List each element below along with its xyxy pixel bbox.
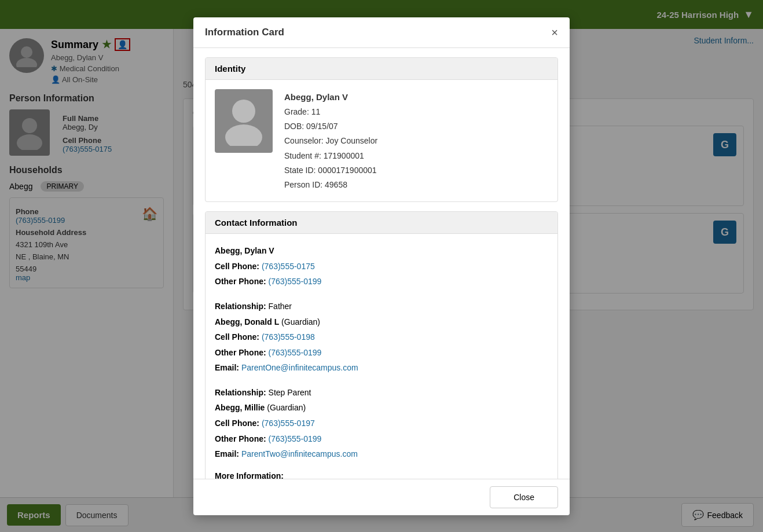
- modal-title: Information Card: [205, 27, 284, 38]
- contact-cell-link-dylan[interactable]: (763)555-0175: [262, 262, 315, 271]
- identity-dob: DOB: 09/15/07: [284, 119, 377, 134]
- contact-section-header: Contact Information: [206, 212, 557, 234]
- svg-point-4: [232, 100, 255, 123]
- modal-close-button[interactable]: ×: [551, 27, 558, 38]
- modal-footer: Close: [193, 479, 570, 515]
- identity-section-header: Identity: [206, 58, 557, 80]
- identity-avatar: [215, 89, 273, 153]
- contact-person-father: Relationship: Father Abegg, Donald L (Gu…: [215, 299, 548, 376]
- identity-student-num: Student #: 171900001: [284, 149, 377, 163]
- identity-section: Identity Abegg, Dylan V Grade: 11 DOB: 0…: [205, 57, 558, 202]
- contact-name-stepparent: Abegg, Millie (Guardian): [215, 400, 548, 416]
- contact-cell-link-stepparent[interactable]: (763)555-0197: [262, 419, 315, 428]
- contact-email-stepparent: Email: ParentTwo@infinitecampus.com: [215, 446, 548, 462]
- contact-person-dylan: Abegg, Dylan V Cell Phone: (763)555-0175…: [215, 243, 548, 289]
- contact-name-dylan: Abegg, Dylan V: [215, 243, 548, 259]
- svg-point-5: [225, 124, 262, 146]
- contact-cell-dylan: Cell Phone: (763)555-0175: [215, 259, 548, 274]
- identity-name: Abegg, Dylan V: [284, 89, 377, 105]
- contact-email-link-father[interactable]: ParentOne@infinitecampus.com: [241, 363, 358, 372]
- contact-relationship-stepparent: Relationship: Step Parent: [215, 385, 548, 401]
- modal-header: Information Card ×: [193, 17, 570, 48]
- identity-state-id: State ID: 0000171900001: [284, 163, 377, 178]
- contact-section-body: Abegg, Dylan V Cell Phone: (763)555-0175…: [206, 234, 557, 479]
- close-modal-button[interactable]: Close: [490, 486, 558, 508]
- contact-other-link-stepparent[interactable]: (763)555-0199: [269, 434, 322, 443]
- identity-person-id: Person ID: 49658: [284, 178, 377, 192]
- contact-other-link-dylan[interactable]: (763)555-0199: [269, 277, 322, 286]
- contact-other-dylan: Other Phone: (763)555-0199: [215, 274, 548, 289]
- identity-grade: Grade: 11: [284, 105, 377, 119]
- information-card-modal: Information Card × Identity Abegg, Dylan…: [193, 17, 570, 515]
- identity-section-body: Abegg, Dylan V Grade: 11 DOB: 09/15/07 C…: [206, 80, 557, 201]
- identity-details: Abegg, Dylan V Grade: 11 DOB: 09/15/07 C…: [284, 89, 377, 192]
- contact-other-father: Other Phone: (763)555-0199: [215, 345, 548, 361]
- contact-name-father: Abegg, Donald L (Guardian): [215, 314, 548, 330]
- contact-relationship-father: Relationship: Father: [215, 299, 548, 314]
- contact-cell-stepparent: Cell Phone: (763)555-0197: [215, 416, 548, 431]
- identity-content: Abegg, Dylan V Grade: 11 DOB: 09/15/07 C…: [215, 89, 548, 192]
- contact-email-father: Email: ParentOne@infinitecampus.com: [215, 360, 548, 376]
- identity-counselor: Counselor: Joy Counselor: [284, 134, 377, 148]
- contact-other-link-father[interactable]: (763)555-0199: [269, 348, 322, 357]
- modal-body[interactable]: Identity Abegg, Dylan V Grade: 11 DOB: 0…: [193, 48, 570, 479]
- more-information: More Information:: [215, 471, 548, 479]
- contact-cell-father: Cell Phone: (763)555-0198: [215, 329, 548, 345]
- contact-other-stepparent: Other Phone: (763)555-0199: [215, 431, 548, 447]
- contact-person-stepparent: Relationship: Step Parent Abegg, Millie …: [215, 385, 548, 462]
- contact-cell-link-father[interactable]: (763)555-0198: [262, 332, 315, 342]
- contact-section: Contact Information Abegg, Dylan V Cell …: [205, 211, 558, 479]
- contact-email-link-stepparent[interactable]: ParentTwo@infinitecampus.com: [241, 449, 358, 458]
